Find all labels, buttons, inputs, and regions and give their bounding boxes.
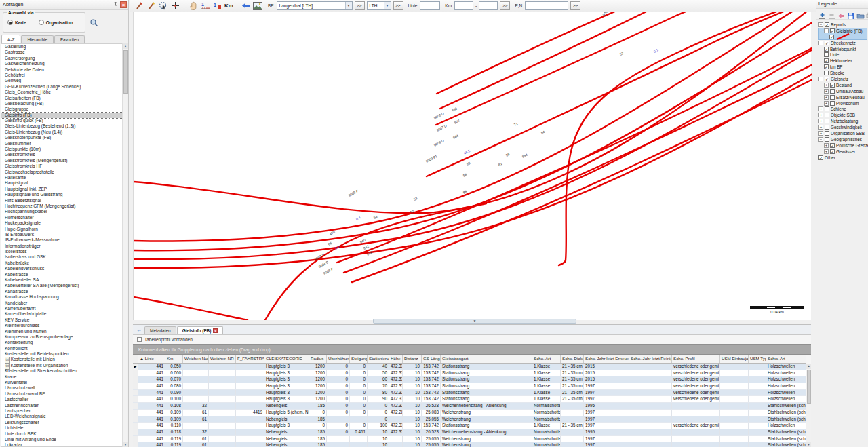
row-selector[interactable] xyxy=(133,429,138,435)
grid-cell[interactable]: Hauptgleis 3 xyxy=(264,390,309,396)
grid-cell[interactable] xyxy=(629,376,672,383)
scroll-thumb[interactable] xyxy=(123,50,128,94)
scroll-down-icon[interactable]: ▼ xyxy=(806,442,811,447)
grid-cell[interactable] xyxy=(209,403,236,409)
layer-checkbox[interactable]: ✓ xyxy=(824,47,829,52)
grid-cell[interactable] xyxy=(672,442,720,447)
grid-cell[interactable]: 0 xyxy=(350,364,368,370)
row-selector[interactable] xyxy=(133,436,138,442)
en-go-button[interactable]: >> xyxy=(570,1,580,10)
grid-cell[interactable] xyxy=(236,436,264,442)
grid-cell[interactable]: 1997 xyxy=(584,442,629,447)
km-go-button[interactable]: >> xyxy=(500,1,510,10)
grid-cell[interactable]: verschiedene oder gemischt xyxy=(672,370,720,376)
grid-cell[interactable]: 1.Klasse xyxy=(532,396,561,402)
grid-cell[interactable]: 441 xyxy=(138,423,165,429)
en-coordinates-input[interactable] xyxy=(525,1,568,10)
query-list-item[interactable]: Gleisnummer xyxy=(1,141,123,147)
query-list-item[interactable]: Gleispunkte (10m) xyxy=(1,147,123,152)
grid-cell[interactable]: Nebengleis xyxy=(264,403,309,409)
grid-cell[interactable] xyxy=(749,390,766,396)
grid-cell[interactable]: 185 xyxy=(309,416,327,423)
grid-cell[interactable]: Normalschotter xyxy=(532,416,561,423)
grid-cell[interactable] xyxy=(209,364,236,370)
legend-tree-item[interactable]: Linie xyxy=(816,52,868,58)
grid-cell[interactable] xyxy=(561,442,584,447)
grid-cell[interactable] xyxy=(672,403,720,409)
back-arrow-icon[interactable] xyxy=(837,10,845,18)
grid-cell[interactable]: Hauptgleis 3 xyxy=(264,364,309,370)
query-list-item[interactable]: Kontrolllicht xyxy=(1,346,123,351)
query-list-item[interactable]: Hochfrequenz GFM (Mengengerüst) xyxy=(1,203,123,209)
grid-cell[interactable]: 1997 xyxy=(584,416,629,423)
expand-icon[interactable]: + xyxy=(818,119,823,123)
layer-checkbox[interactable] xyxy=(830,89,835,94)
query-list-item[interactable]: Haltekante xyxy=(1,175,123,180)
grid-cell[interactable]: 90 xyxy=(368,396,389,402)
layer-checkbox[interactable]: ✓ xyxy=(825,41,829,45)
grid-cell[interactable]: 472.333 xyxy=(389,423,403,429)
bp-go-button[interactable]: >> xyxy=(355,1,365,10)
grid-cell[interactable]: 100 xyxy=(368,423,389,429)
grid-cell[interactable] xyxy=(749,370,766,376)
grid-cell[interactable]: 10 xyxy=(403,383,422,389)
grid-cell[interactable] xyxy=(720,376,749,383)
legend-tree-item[interactable]: −Geographisches xyxy=(816,136,868,142)
grid-cell[interactable]: 0 xyxy=(327,429,350,435)
query-list-item[interactable]: Gleis_Geometrie_Höhe xyxy=(1,90,123,95)
grid-cell[interactable] xyxy=(350,442,368,447)
grid-cell[interactable]: Stahlschwellen (sch xyxy=(766,429,806,435)
query-list-item[interactable]: Hupe-Signalhorn xyxy=(1,227,123,232)
search-icon[interactable] xyxy=(90,18,99,27)
grid-cell[interactable]: 4419 xyxy=(236,410,264,416)
grid-cell[interactable]: Normalschotter xyxy=(532,410,561,416)
grid-cell[interactable]: 0 xyxy=(368,410,389,416)
grid-cell[interactable]: 0 xyxy=(350,383,368,389)
expand-icon[interactable]: + xyxy=(824,149,829,154)
grid-cell[interactable] xyxy=(183,376,209,383)
grid-cell[interactable] xyxy=(672,410,720,416)
grid-cell[interactable]: 0 xyxy=(327,376,350,383)
grid-cell[interactable]: 25.055 xyxy=(422,416,441,423)
layer-checkbox[interactable]: ✓ xyxy=(829,35,834,39)
grid-cell[interactable]: Stahlschwellen (sch xyxy=(766,436,806,442)
query-list-item[interactable]: IB-Erdbauwerk-Massnahme xyxy=(1,237,123,243)
column-header[interactable]: USM Einbaujahr xyxy=(720,355,749,363)
query-list-item[interactable]: Kostenstelle mit Streckenabschnitten xyxy=(1,368,123,374)
grid-cell[interactable]: 0.070 xyxy=(165,376,183,383)
grid-cell[interactable]: 1200 xyxy=(309,396,327,402)
map-table-splitter[interactable]: ▼ xyxy=(373,319,576,324)
grid-cell[interactable]: 1997 xyxy=(584,410,629,416)
grid-cell[interactable]: 0 xyxy=(327,364,350,370)
layer-checkbox[interactable] xyxy=(825,125,829,130)
query-list-item[interactable]: Kabelverteiler SA xyxy=(1,277,123,283)
grid-cell[interactable]: 153.742 xyxy=(422,370,441,376)
grid-cell[interactable] xyxy=(183,396,209,402)
query-list-item[interactable]: Lärmschutzwand BE xyxy=(1,391,123,397)
query-list-item[interactable]: Kanaltrasse xyxy=(1,289,123,294)
grid-cell[interactable]: 1.Klasse xyxy=(532,383,561,389)
legend-tree-item[interactable]: −✓Reports xyxy=(816,22,868,28)
grid-cell[interactable]: 10 xyxy=(403,442,422,447)
grid-cell[interactable]: 61 xyxy=(183,410,209,416)
grid-cell[interactable]: 70 xyxy=(368,383,389,389)
table-row[interactable]: 4410.100Hauptgleis 312000090472.33310153… xyxy=(133,396,806,403)
layer-checkbox[interactable]: ✓ xyxy=(830,28,835,33)
grid-cell[interactable] xyxy=(629,423,672,429)
grid-cell[interactable]: Stahlschwellen (sch xyxy=(766,403,806,409)
grid-cell[interactable]: verschiedene oder gemischt xyxy=(672,383,720,389)
grid-cell[interactable] xyxy=(749,376,766,383)
grid-cell[interactable] xyxy=(561,429,584,435)
layer-checkbox[interactable] xyxy=(825,106,829,111)
grid-cell[interactable]: 0 xyxy=(327,410,350,416)
betriebspunkt-combobox[interactable]: Langenthal [LTH] ▼ xyxy=(277,1,353,10)
grid-cell[interactable]: 0 xyxy=(368,416,389,423)
grid-cell[interactable]: 153.742 xyxy=(422,423,441,429)
grid-cell[interactable]: 0 xyxy=(327,423,350,429)
layer-checkbox[interactable] xyxy=(825,131,829,136)
grid-cell[interactable]: Weichenstrang xyxy=(441,410,532,416)
grid-cell[interactable]: 10 xyxy=(403,416,422,423)
scroll-up-icon[interactable]: ▲ xyxy=(123,43,128,49)
grid-cell[interactable]: 0.109 xyxy=(165,416,183,423)
grid-cell[interactable] xyxy=(209,390,236,396)
